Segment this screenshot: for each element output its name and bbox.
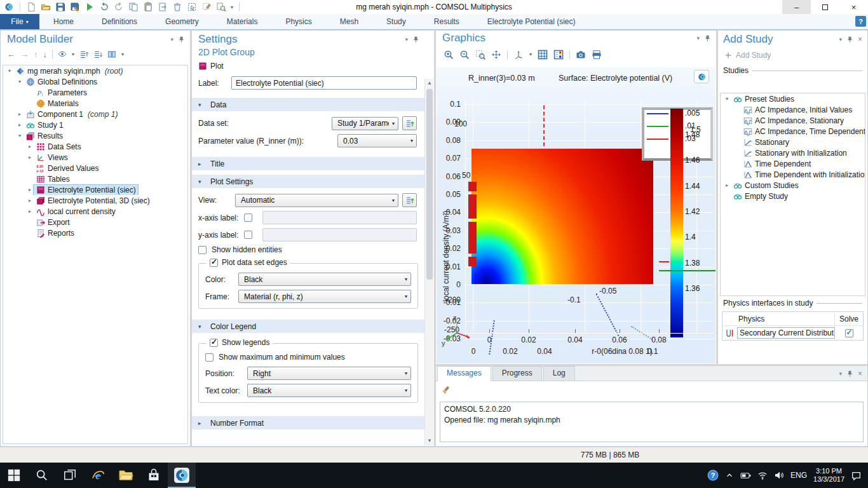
tree-item-ac-impedance-initial-values[interactable]: AC Impedance, Initial Values — [721, 104, 865, 115]
tree-item-component-1[interactable]: ▸Component 1(comp 1) — [3, 109, 187, 119]
tree-item-ac-impedance-stationary[interactable]: AC Impedance, Stationary — [721, 115, 865, 126]
pin-icon[interactable] — [178, 36, 185, 44]
back-button[interactable]: ← — [7, 50, 15, 58]
ribbon-tab-results[interactable]: Results — [420, 17, 473, 26]
color-legend-toggle-button[interactable] — [553, 50, 564, 60]
tree-item-global-definitions[interactable]: ▾Global Definitions — [3, 76, 187, 87]
tree-caret-icon[interactable]: ▸ — [16, 122, 24, 128]
panel-menu-icon[interactable]: ▾ — [839, 370, 842, 377]
scroll-up-arrow[interactable]: ▲ — [425, 79, 434, 88]
section-data[interactable]: ▾Data — [192, 97, 424, 111]
maximize-button[interactable] — [811, 0, 839, 14]
plot-data-set-edges-checkbox[interactable] — [210, 259, 218, 267]
tree-caret-icon[interactable]: ▸ — [26, 198, 34, 203]
tree-item-materials[interactable]: Materials — [3, 98, 187, 109]
internet-explorer-button[interactable]: e — [84, 463, 112, 488]
section-number-format[interactable]: ▸Number Format — [192, 416, 424, 430]
delete-icon[interactable] — [172, 2, 182, 12]
comsol-app-icon[interactable] — [4, 2, 14, 12]
plot-button[interactable]: Plot — [192, 57, 424, 71]
table-row[interactable]: Secondary Current Distribut... — [722, 326, 863, 340]
tree-caret-icon[interactable]: ▸ — [26, 208, 34, 214]
tree-item-time-dependent-with-initialization[interactable]: Time Dependent with Initialization — [721, 169, 865, 180]
tree-caret-icon[interactable]: ▸ — [26, 154, 34, 160]
scrollbar-thumb[interactable] — [426, 89, 433, 280]
panel-menu-icon[interactable]: ▾ — [696, 35, 700, 41]
ribbon-tab-definitions[interactable]: Definitions — [88, 17, 151, 26]
tree-item-stationary-with-initialization[interactable]: Stationary with Initialization — [721, 147, 865, 158]
tree-caret-icon[interactable]: ▾ — [16, 79, 24, 85]
tree-item-local-current-density[interactable]: ▸local current density — [3, 206, 187, 217]
show-toggle-button[interactable] — [58, 50, 67, 58]
ribbon-tab-electrolyte-potential-siec-[interactable]: Electrolyte Potential (siec) — [473, 17, 590, 26]
tree-item-electrolyte-potential-siec-[interactable]: ▸Electrolyte Potential (siec) — [3, 184, 187, 195]
tree-item-custom-studies[interactable]: ▸Custom Studies — [721, 180, 865, 191]
view-dropdown[interactable]: Automatic▾ — [235, 194, 398, 207]
file-menu-button[interactable]: File ▾ — [0, 14, 39, 29]
tree-caret-icon[interactable]: ▸ — [26, 187, 34, 193]
tree-item-empty-study[interactable]: Empty Study — [721, 191, 865, 201]
move-up-button[interactable]: ↑ — [34, 50, 38, 58]
task-view-button[interactable] — [56, 463, 84, 488]
x-axis-label-checkbox[interactable] — [244, 214, 252, 222]
chevron-up-icon[interactable] — [725, 471, 734, 480]
data-set-dropdown[interactable]: Study 1/Parametric So▾ — [332, 117, 398, 130]
clear-selection-icon[interactable] — [201, 2, 212, 12]
close-button[interactable]: × — [839, 0, 868, 14]
settings-scrollbar[interactable]: ▲ ▼ — [424, 79, 433, 445]
ribbon-tab-home[interactable]: Home — [39, 17, 88, 26]
paste-icon[interactable] — [143, 2, 153, 12]
messages-tab-log[interactable]: Log — [543, 366, 575, 381]
go-to-source-button[interactable] — [402, 116, 417, 130]
tree-item-views[interactable]: ▸Views — [3, 152, 187, 163]
copy-icon[interactable] — [128, 2, 139, 12]
wifi-icon[interactable] — [757, 470, 768, 480]
language-indicator[interactable]: ENG — [790, 471, 807, 480]
export-image-icon[interactable] — [70, 2, 80, 12]
print-button[interactable] — [592, 50, 602, 60]
tree-item-data-sets[interactable]: ▸Data Sets — [3, 141, 187, 152]
go-to-view-button[interactable] — [402, 193, 417, 207]
file-explorer-button[interactable] — [112, 463, 140, 488]
chevron-down-icon[interactable]: ▾ — [72, 51, 74, 57]
redo-icon[interactable] — [114, 2, 124, 12]
move-down-button[interactable]: ↓ — [43, 50, 48, 58]
text-color-dropdown[interactable]: Black▾ — [247, 384, 411, 397]
start-button[interactable] — [0, 463, 28, 488]
help-tray-icon[interactable]: ? — [707, 470, 719, 481]
messages-tab-progress[interactable]: Progress — [492, 366, 542, 381]
undo-icon[interactable] — [99, 2, 109, 12]
new-file-icon[interactable] — [26, 2, 36, 12]
comsol-logo-button[interactable] — [694, 70, 709, 83]
tree-item-reports[interactable]: Reports — [3, 227, 187, 238]
zoom-extents-button[interactable] — [491, 50, 501, 60]
tree-item-study-1[interactable]: ▸Study 1 — [3, 119, 187, 130]
tree-caret-icon[interactable]: ▸ — [16, 111, 24, 117]
grid-toggle-button[interactable] — [538, 50, 548, 60]
tree-item-ac-impedance-time-dependent[interactable]: AC Impedance, Time Dependent — [721, 126, 865, 137]
ribbon-tab-materials[interactable]: Materials — [213, 17, 272, 26]
panel-menu-icon[interactable]: ▾ — [839, 36, 842, 43]
ribbon-tab-mesh[interactable]: Mesh — [326, 17, 372, 26]
y-axis-label-checkbox[interactable] — [244, 231, 252, 239]
clear-messages-button[interactable] — [441, 385, 451, 395]
zoom-box-button[interactable] — [475, 50, 485, 60]
pin-icon[interactable] — [704, 34, 711, 43]
messages-tab-messages[interactable]: Messages — [437, 366, 491, 381]
zoom-selected-icon[interactable] — [216, 2, 226, 12]
tree-item-parameters[interactable]: PiParameters — [3, 87, 187, 98]
volume-icon[interactable] — [774, 470, 784, 480]
surface-plot-heatmap[interactable] — [471, 149, 653, 284]
close-icon[interactable]: × — [858, 369, 862, 378]
search-button[interactable] — [28, 463, 56, 488]
close-icon[interactable]: × — [858, 35, 862, 44]
add-study-button[interactable]: Add Study — [718, 46, 867, 61]
section-color-legend[interactable]: ▾Color Legend — [192, 319, 424, 333]
snapshot-button[interactable] — [576, 50, 586, 60]
insert-icon[interactable] — [158, 2, 168, 12]
open-file-icon[interactable] — [41, 2, 51, 12]
zoom-out-button[interactable] — [459, 50, 470, 60]
label-input[interactable]: Electrolyte Potential (siec) — [231, 76, 417, 90]
tree-item-stationary[interactable]: Stationary — [721, 137, 865, 147]
run-icon[interactable] — [85, 2, 95, 12]
